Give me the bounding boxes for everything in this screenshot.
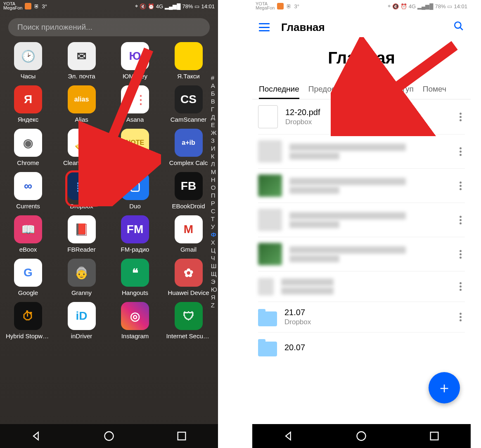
svg-point-6 <box>357 432 366 441</box>
app-label: eBoox <box>19 246 37 253</box>
alpha-Ц[interactable]: Ц <box>211 247 217 254</box>
recents-button[interactable] <box>429 430 440 442</box>
app-indriver[interactable]: iDinDriver <box>59 302 104 340</box>
app-label: Google <box>18 289 38 296</box>
file-row-blurred[interactable] <box>258 134 465 169</box>
app-instagram[interactable]: ◎Instagram <box>113 302 157 340</box>
app-internet-securi-[interactable]: 🛡Internet Securi... <box>166 302 211 340</box>
alpha-А[interactable]: А <box>211 82 217 89</box>
app-hybrid-stopwa-[interactable]: ⏱Hybrid Stopwa... <box>6 302 50 340</box>
alpha-Щ[interactable]: Щ <box>211 270 217 277</box>
app-asana[interactable]: ⋮⋮Asana <box>113 85 157 123</box>
app-chrome[interactable]: ◉Chrome <box>6 129 50 166</box>
more-button[interactable] <box>456 313 465 321</box>
alpha-Р[interactable]: Р <box>211 200 217 207</box>
app-ebookdroid[interactable]: FBEBookDroid <box>166 172 211 210</box>
app-label: Dropbox <box>70 203 93 210</box>
more-button[interactable] <box>456 113 465 121</box>
more-button[interactable] <box>456 282 465 291</box>
app-часы[interactable]: 🕑Часы <box>6 42 50 80</box>
alpha-У[interactable]: У <box>211 223 217 230</box>
alpha-Ю[interactable]: Ю <box>211 286 217 293</box>
app-clean-master[interactable]: 🧹Clean Master <box>59 129 104 166</box>
tab-последние[interactable]: Последние <box>259 85 299 99</box>
signal-icon: ▂▄▆█ <box>417 3 433 9</box>
alpha-Я[interactable]: Я <box>211 294 217 301</box>
app-google[interactable]: GGoogle <box>6 259 50 296</box>
alpha-И[interactable]: И <box>211 145 217 152</box>
app-complex-calc[interactable]: a+ibComplex Calc <box>166 129 211 166</box>
alpha-Л[interactable]: Л <box>211 160 217 167</box>
more-button[interactable] <box>456 216 465 224</box>
alpha-К[interactable]: К <box>211 153 217 160</box>
app-search-input[interactable] <box>8 18 210 36</box>
app-я-такси[interactable]: Я.Такси <box>166 42 211 80</box>
search-icon[interactable] <box>453 21 464 34</box>
app-эл-почта[interactable]: ✉Эл. почта <box>59 42 104 80</box>
alpha-М[interactable]: М <box>211 168 217 175</box>
alpha-З[interactable]: З <box>211 137 217 144</box>
folder-row[interactable]: 21.07 Dropbox <box>258 302 465 332</box>
alpha-Х[interactable]: Х <box>211 239 217 246</box>
alpha-Z[interactable]: Z <box>211 302 217 309</box>
app-яндекс[interactable]: ЯЯндекс <box>6 85 50 123</box>
app-fm-радио[interactable]: FMFM-радио <box>113 215 157 253</box>
app-huawei-device[interactable]: ✿Huawei Device <box>166 259 211 296</box>
system-nav-bar <box>0 424 218 448</box>
app-duo[interactable]: ▢Duo <box>113 172 157 210</box>
file-row-blurred[interactable] <box>258 203 465 237</box>
app-granny[interactable]: 👵Granny <box>59 259 104 296</box>
app-eboox[interactable]: 📖eBoox <box>6 215 50 253</box>
home-button[interactable] <box>355 430 367 442</box>
app-юmoney[interactable]: ЮЮMoney <box>113 42 157 80</box>
alpha-О[interactable]: О <box>211 184 217 191</box>
alpha-Г[interactable]: Г <box>211 106 217 113</box>
file-row-blurred[interactable] <box>258 271 465 302</box>
alpha-Ф[interactable]: Ф <box>211 231 217 238</box>
more-button[interactable] <box>456 250 465 259</box>
file-row-blurred[interactable] <box>258 169 465 203</box>
app-dropbox[interactable]: ⬚Dropbox <box>59 172 104 210</box>
app-camscanner[interactable]: CSCamScanner <box>166 85 211 123</box>
home-button[interactable] <box>103 430 115 442</box>
tab-помеч[interactable]: Помеч <box>423 85 446 99</box>
tab-предоставлен-общий-доступ[interactable]: Предоставлен общий доступ <box>308 85 414 99</box>
alpha-#[interactable]: # <box>211 74 217 81</box>
app-icon: 🕑 <box>14 42 42 70</box>
more-button[interactable] <box>456 147 465 156</box>
alpha-Т[interactable]: Т <box>211 215 217 222</box>
app-label: Яндекс <box>18 116 38 123</box>
app-icon: ❝ <box>121 259 149 287</box>
more-button[interactable] <box>456 182 465 190</box>
folder-row[interactable]: 20.07 <box>258 332 465 362</box>
alpha-Ж[interactable]: Ж <box>211 129 217 136</box>
alpha-Ш[interactable]: Ш <box>211 262 217 269</box>
alpha-С[interactable]: С <box>211 207 217 215</box>
alpha-index[interactable]: #АБВГДЕЖЗИКЛМНОПРСТУФХЦЧШЩЭЮЯZ <box>211 74 217 309</box>
svg-rect-7 <box>430 432 438 440</box>
alpha-Э[interactable]: Э <box>211 278 217 285</box>
app-drawer-pane: YOTA MegaFon ⛨ 3° ⌖ 🔇 ⏰ 4G ▂▄▆█ 78% ▭ 14… <box>0 0 218 448</box>
alpha-Н[interactable]: Н <box>211 176 217 183</box>
alpha-П[interactable]: П <box>211 192 217 199</box>
menu-button[interactable] <box>259 23 270 31</box>
alpha-Д[interactable]: Д <box>211 113 217 120</box>
recents-button[interactable] <box>176 430 187 442</box>
app-gmail[interactable]: MGmail <box>166 215 211 253</box>
back-button[interactable] <box>31 430 42 442</box>
app-hangouts[interactable]: ❝Hangouts <box>113 259 157 296</box>
app-fbreader[interactable]: 📕FBReader <box>59 215 104 253</box>
app-colornote[interactable]: NOTEColorNote <box>113 129 157 166</box>
app-alias[interactable]: aliasAlias <box>59 85 104 123</box>
back-button[interactable] <box>283 430 294 442</box>
alpha-Е[interactable]: Е <box>211 121 217 128</box>
app-currents[interactable]: ∞Currents <box>6 172 50 210</box>
alpha-Б[interactable]: Б <box>211 90 217 97</box>
fab-add-button[interactable]: ＋ <box>429 372 460 403</box>
alpha-Ч[interactable]: Ч <box>211 255 217 262</box>
app-label: Duo <box>129 203 141 210</box>
battery-icon: ▭ <box>194 3 199 9</box>
file-row-pdf[interactable]: 12-20.pdf Dropbox <box>258 99 465 134</box>
file-row-blurred[interactable] <box>258 237 465 271</box>
alpha-В[interactable]: В <box>211 98 217 105</box>
